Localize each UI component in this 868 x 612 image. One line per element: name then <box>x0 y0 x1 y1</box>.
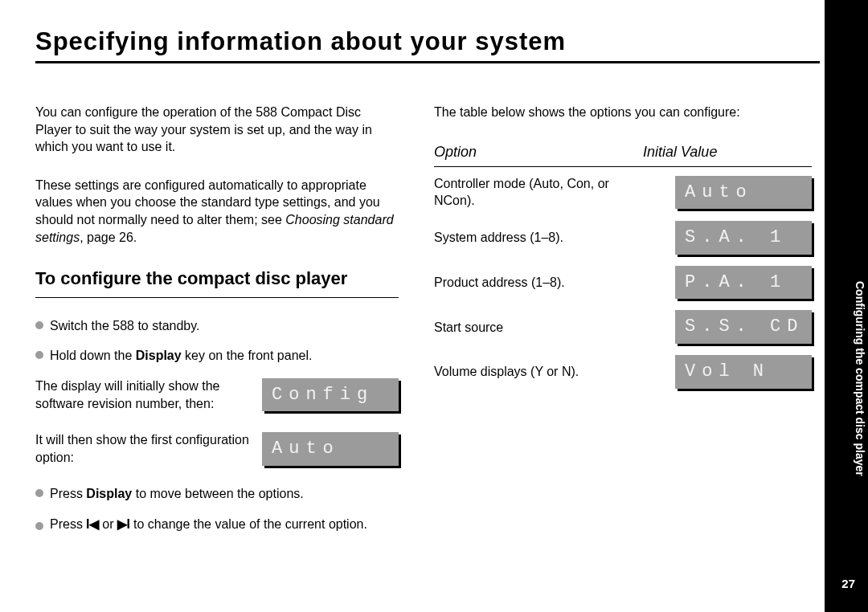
step-2: Hold down the Display key on the front p… <box>35 347 399 365</box>
display-note-1-text: The display will initially show the soft… <box>35 377 251 412</box>
th-option: Option <box>434 142 643 161</box>
step3-text: Press Display to move between the option… <box>50 485 304 503</box>
table-row: Product address (1–8). P.A. 1 <box>434 266 812 300</box>
lcd-display: S.A. 1 <box>675 221 812 255</box>
step1-text: Switch the 588 to standby. <box>50 317 199 335</box>
manual-page: Specifying information about your system… <box>0 0 868 612</box>
lcd-display: Auto <box>675 176 812 210</box>
side-tab: Configuring the compact disc player 27 <box>825 0 868 612</box>
side-tab-bold: Configuring the compact disc player <box>854 281 866 476</box>
option-label: System address (1–8). <box>434 229 653 247</box>
table-row: Start source S.S. CD <box>434 310 812 344</box>
lcd-config: Config <box>262 378 399 412</box>
intro2-b: , page 26. <box>80 231 137 244</box>
display-note-2-text: It will then show the first configuratio… <box>35 431 251 466</box>
right-column: The table below shows the options you ca… <box>434 104 812 546</box>
lcd-display: S.S. CD <box>675 310 812 344</box>
skip-forward-icon: ▶I <box>117 516 130 533</box>
bullet-icon <box>35 522 43 530</box>
step4-c: to change the value of the current optio… <box>133 516 367 533</box>
sub-heading: To configure the compact disc player <box>35 267 399 298</box>
step4-b: or <box>102 516 113 533</box>
step-4: Press I◀ or ▶I to change the value of th… <box>35 516 399 533</box>
left-column: You can configure the operation of the 5… <box>35 104 399 546</box>
display-note-2: It will then show the first configuratio… <box>35 431 399 466</box>
page-number: 27 <box>841 577 855 590</box>
skip-back-icon: I◀ <box>86 516 99 533</box>
intro-paragraph-2: These settings are configured automatica… <box>35 177 399 246</box>
display-note-1: The display will initially show the soft… <box>35 377 399 412</box>
option-label: Volume displays (Y or N). <box>434 363 653 381</box>
intro-paragraph-1: You can configure the operation of the 5… <box>35 104 399 156</box>
bullet-icon <box>35 351 43 359</box>
step-1: Switch the 588 to standby. <box>35 317 399 335</box>
right-intro: The table below shows the options you ca… <box>434 104 812 121</box>
step2-bold: Display <box>136 349 182 362</box>
option-label: Controller mode (Auto, Con, or NCon). <box>434 175 653 210</box>
option-label: Product address (1–8). <box>434 274 653 292</box>
step4-a: Press <box>50 516 83 533</box>
bullet-icon <box>35 489 43 497</box>
table-row: Volume displays (Y or N). Vol N <box>434 355 812 389</box>
step4-text: Press I◀ or ▶I to change the value of th… <box>50 516 367 533</box>
step3-a: Press <box>50 487 86 500</box>
table-row: System address (1–8). S.A. 1 <box>434 221 812 255</box>
step3-b: to move between the options. <box>132 487 303 500</box>
options-table-header: Option Initial Value <box>434 142 812 167</box>
step2-a: Hold down the <box>50 349 136 362</box>
option-label: Start source <box>434 319 653 337</box>
side-tab-text: Configuring the compact disc player <box>854 281 866 476</box>
th-initial-value: Initial Value <box>643 142 717 161</box>
bullet-icon <box>35 321 43 329</box>
step2-text: Hold down the Display key on the front p… <box>50 347 312 365</box>
step-3: Press Display to move between the option… <box>35 485 399 503</box>
two-column-layout: You can configure the operation of the 5… <box>35 104 820 546</box>
page-title: Specifying information about your system <box>35 27 820 63</box>
step3-bold: Display <box>86 487 132 500</box>
lcd-display: Vol N <box>675 355 812 389</box>
step2-b: key on the front panel. <box>182 349 313 362</box>
lcd-auto: Auto <box>262 432 399 466</box>
table-row: Controller mode (Auto, Con, or NCon). Au… <box>434 175 812 210</box>
lcd-display: P.A. 1 <box>675 266 812 300</box>
